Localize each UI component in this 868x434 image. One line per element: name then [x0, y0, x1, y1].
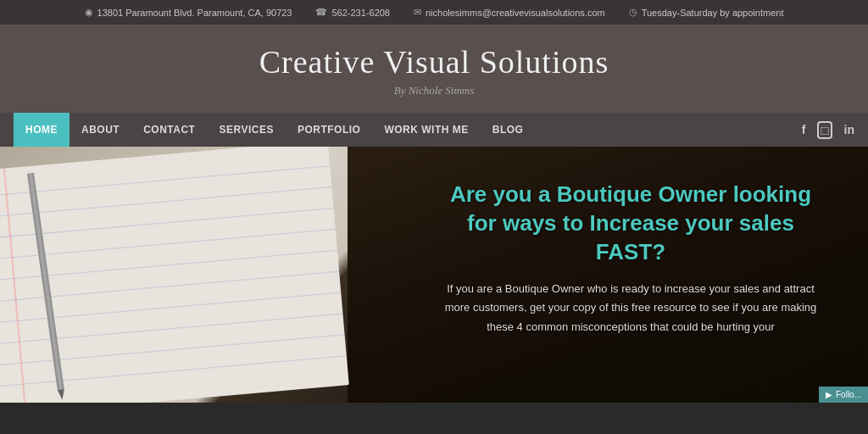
hours-item: ◷ Tuesday-Saturday by appointment — [629, 7, 784, 18]
notebook-line — [0, 229, 336, 261]
follow-button[interactable]: ▶ Follo... — [819, 387, 868, 403]
hero-body: If you are a Boutique Owner who is ready… — [444, 280, 817, 336]
facebook-icon[interactable]: f — [802, 123, 806, 136]
hero-section: Are you a Boutique Owner looking for way… — [0, 147, 868, 403]
email-icon: ✉ — [414, 7, 421, 18]
email-item: ✉ nicholesimms@creativevisualsolutions.c… — [414, 7, 605, 18]
address-item: ◉ 13801 Paramount Blvd. Paramount, CA, 9… — [85, 7, 292, 18]
notebook-line — [0, 208, 334, 240]
main-nav: HOME ABOUT CONTACT SERVICES PORTFOLIO WO… — [0, 113, 868, 147]
hero-heading: Are you a Boutique Owner looking for way… — [444, 181, 817, 266]
hero-content: Are you a Boutique Owner looking for way… — [427, 181, 834, 337]
nav-item-about[interactable]: ABOUT — [70, 113, 131, 147]
follow-label: Follo... — [836, 390, 861, 399]
notebook-line — [0, 165, 330, 198]
phone-text: 562-231-6208 — [331, 8, 390, 18]
email-text: nicholesimms@creativevisualsolutions.com — [426, 8, 605, 18]
top-bar: ◉ 13801 Paramount Blvd. Paramount, CA, 9… — [0, 0, 868, 25]
site-title: Creative Visual Solutions — [17, 43, 851, 81]
clock-icon: ◷ — [629, 7, 637, 18]
notebook-line — [0, 250, 337, 282]
phone-icon: ☎ — [315, 7, 327, 18]
nav-links: HOME ABOUT CONTACT SERVICES PORTFOLIO WO… — [14, 113, 802, 147]
nav-item-home[interactable]: HOME — [14, 113, 70, 147]
site-header: Creative Visual Solutions By Nichole Sim… — [0, 25, 868, 113]
location-icon: ◉ — [85, 7, 93, 18]
nav-item-blog[interactable]: BLOG — [481, 113, 536, 147]
instagram-icon[interactable]: □ — [817, 121, 832, 139]
notebook-prop — [0, 147, 349, 403]
hours-text: Tuesday-Saturday by appointment — [642, 8, 784, 18]
site-subtitle: By Nichole Simms — [17, 84, 851, 97]
nav-item-workwithme[interactable]: WORK WITH ME — [372, 113, 480, 147]
phone-item: ☎ 562-231-6208 — [315, 7, 390, 18]
linkedin-icon[interactable]: in — [844, 123, 854, 136]
notebook-line — [0, 186, 331, 219]
nav-item-contact[interactable]: CONTACT — [131, 113, 207, 147]
nav-social: f □ in — [802, 121, 854, 139]
follow-icon: ▶ — [826, 390, 832, 399]
nav-item-services[interactable]: SERVICES — [207, 113, 285, 147]
address-text: 13801 Paramount Blvd. Paramount, CA, 907… — [97, 8, 292, 18]
nav-item-portfolio[interactable]: PORTFOLIO — [286, 113, 373, 147]
